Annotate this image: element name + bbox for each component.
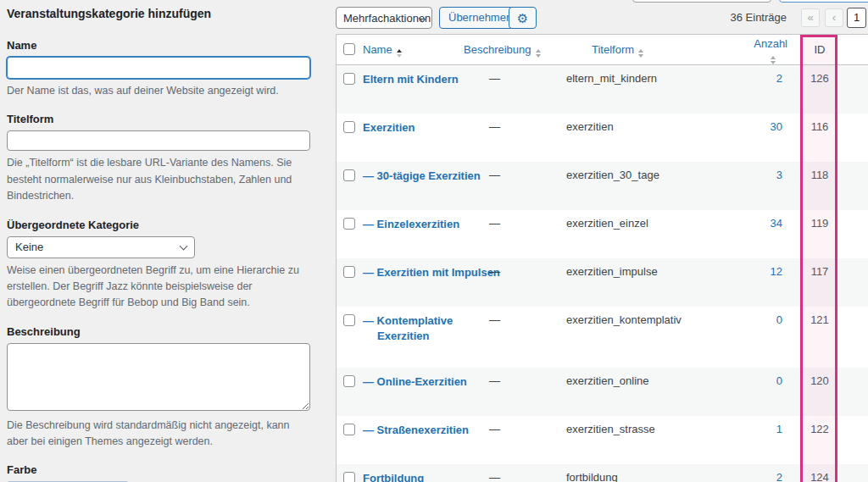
bulk-actions-select[interactable]: Mehrfachaktionen <box>336 7 432 29</box>
description-textarea[interactable] <box>7 343 310 411</box>
slug-label: Titelform <box>7 113 310 125</box>
description-label: Beschreibung <box>7 325 310 338</box>
category-id: 120 <box>801 374 838 387</box>
category-slug: exerzitien_online <box>566 374 649 387</box>
sort-icon <box>638 49 643 58</box>
parent-help: Weise einen übergeordneten Begriff zu, u… <box>7 263 310 312</box>
table-row: — Einzelexerzitien—exerzitien_einzel3411… <box>337 210 868 258</box>
category-slug: fortbildung <box>566 471 618 482</box>
row-checkbox[interactable] <box>343 266 355 278</box>
category-id: 121 <box>801 313 838 326</box>
category-id: 124 <box>801 471 838 482</box>
parent-selected-value: Keine <box>15 241 43 253</box>
column-header-count[interactable]: Anzahl <box>720 37 787 64</box>
parent-label: Übergeordnete Kategorie <box>7 219 310 231</box>
category-description: — <box>489 374 500 387</box>
name-help: Der Name ist das, was auf deiner Website… <box>7 83 310 99</box>
categories-table: Name Beschreibung Titelform Anzahl ID El… <box>336 34 868 482</box>
pagination-first-button: « <box>801 8 820 27</box>
category-description: — <box>489 423 500 435</box>
category-description: — <box>489 217 500 230</box>
add-category-form: Veranstaltungskategorie hinzufügen Name … <box>7 7 310 482</box>
category-id: 117 <box>801 265 838 278</box>
row-checkbox[interactable] <box>343 73 355 85</box>
column-header-slug[interactable]: Titelform <box>592 43 643 58</box>
category-description: — <box>489 120 500 133</box>
table-row: Eltern mit Kindern—eltern_mit_kindern212… <box>337 65 868 114</box>
category-count-link[interactable]: 34 <box>730 217 782 230</box>
table-row: — KontemplativeExerzitien—exerzitien_kon… <box>337 307 868 368</box>
table-body: Eltern mit Kindern—eltern_mit_kindern212… <box>337 65 868 482</box>
category-description: — <box>489 313 500 326</box>
sort-icon <box>771 56 776 64</box>
category-id: 119 <box>801 217 838 230</box>
parent-field-group: Übergeordnete Kategorie Keine Weise eine… <box>7 219 310 312</box>
category-slug: exerzitien_strasse <box>566 423 655 435</box>
column-header-id: ID <box>801 43 838 56</box>
row-checkbox[interactable] <box>343 472 355 482</box>
category-slug: exerzitien_30_tage <box>566 169 659 181</box>
slug-field-group: Titelform Die „Titelform“ ist die lesbar… <box>7 113 310 204</box>
description-help: Die Beschreibung wird standardmäßig nich… <box>7 418 310 451</box>
table-row: Exerzitien—exerzitien30116 <box>337 114 868 162</box>
search-input-cutoff[interactable] <box>632 0 771 3</box>
name-label: Name <box>7 39 310 52</box>
category-slug: exerzitien_kontemplativ <box>566 313 682 326</box>
table-row: — Exerzitien mit Impulsen—exerzitien_imp… <box>337 258 868 307</box>
description-field-group: Beschreibung Die Beschreibung wird stand… <box>7 325 310 451</box>
search-button-cutoff[interactable] <box>779 0 868 3</box>
category-slug: exerzitien <box>566 120 614 133</box>
category-count-link[interactable]: 2 <box>730 72 782 85</box>
name-field-group: Name Der Name ist das, was auf deiner We… <box>7 39 310 99</box>
column-header-description[interactable]: Beschreibung <box>464 43 541 58</box>
slug-help: Die „Titelform“ ist die lesbare URL-Vari… <box>7 155 310 204</box>
row-checkbox[interactable] <box>343 218 355 230</box>
category-count-link[interactable]: 30 <box>730 120 782 133</box>
category-id: 122 <box>801 423 838 435</box>
category-count-link[interactable]: 1 <box>730 423 782 435</box>
category-slug: exerzitien_impulse <box>566 265 658 278</box>
category-id: 116 <box>801 120 838 133</box>
sort-icon <box>536 49 541 58</box>
category-count-link[interactable]: 0 <box>730 374 782 387</box>
select-all-checkbox[interactable] <box>343 43 355 55</box>
category-count-link[interactable]: 3 <box>730 169 782 181</box>
sort-asc-icon <box>397 49 402 58</box>
row-checkbox[interactable] <box>343 121 355 133</box>
category-description: — <box>489 471 500 482</box>
gear-icon[interactable]: ⚙ <box>509 7 537 29</box>
color-label: Farbe <box>7 463 310 476</box>
slug-input[interactable] <box>7 130 310 151</box>
category-count-link[interactable]: 12 <box>730 265 782 278</box>
chevron-down-icon <box>180 241 188 250</box>
row-checkbox[interactable] <box>343 375 355 387</box>
parent-category-select[interactable]: Keine <box>7 236 195 258</box>
row-checkbox[interactable] <box>343 169 355 181</box>
table-row: — Straßenexerzitien—exerzitien_strasse11… <box>337 416 868 464</box>
page-title: Veranstaltungskategorie hinzufügen <box>7 7 310 20</box>
table-row: — 30-tägige Exerzitien—exerzitien_30_tag… <box>337 162 868 210</box>
category-count-link[interactable]: 0 <box>730 313 782 326</box>
category-id: 126 <box>801 72 838 85</box>
category-slug: eltern_mit_kindern <box>566 72 657 85</box>
category-description: — <box>489 265 500 278</box>
category-count-link[interactable]: 2 <box>730 471 782 482</box>
table-row: — Online-Exerzitien—exerzitien_online012… <box>337 368 868 416</box>
row-checkbox[interactable] <box>343 424 355 435</box>
table-header-row: Name Beschreibung Titelform Anzahl ID <box>337 35 868 65</box>
row-checkbox[interactable] <box>343 314 355 326</box>
pagination-prev-button: ‹ <box>825 8 843 27</box>
category-description: — <box>489 72 500 85</box>
color-field-group: Farbe Farbe auswählen Wähle eine Farbe f… <box>7 463 310 482</box>
table-row: Fortbildung—fortbildung2124 <box>337 464 868 482</box>
name-input[interactable] <box>7 57 310 79</box>
category-slug: exerzitien_einzel <box>566 217 648 230</box>
pagination-current-page[interactable]: 1 <box>847 8 866 28</box>
column-header-name[interactable]: Name <box>363 43 402 58</box>
category-id: 118 <box>801 169 838 181</box>
items-count: 36 Einträge <box>712 11 787 24</box>
category-description: — <box>489 169 500 181</box>
